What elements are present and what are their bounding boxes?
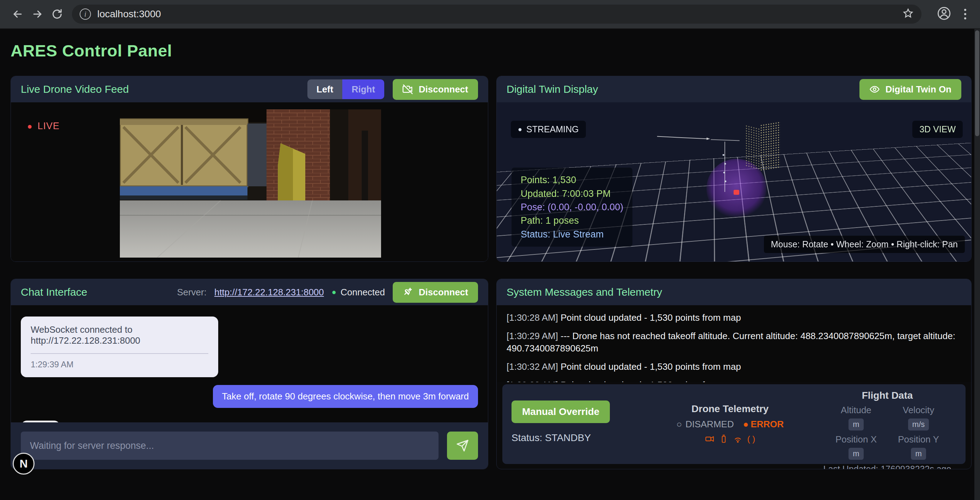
back-button[interactable] — [8, 4, 27, 24]
drone-video-image — [115, 109, 381, 257]
twin-updated: Updated: 7:00:03 PM — [521, 187, 623, 200]
chat-header: Chat Interface Server: http://172.22.128… — [11, 279, 488, 305]
flight-field-position-y: Position Y m — [898, 434, 939, 460]
system-header: System Messages and Telemetry — [497, 279, 971, 305]
manual-override-button[interactable]: Manual Override — [512, 401, 610, 423]
twin-controls-hint: Mouse: Rotate • Wheel: Zoom • Right-clic… — [764, 236, 965, 253]
streaming-badge: ● STREAMING — [511, 121, 586, 138]
digital-twin-header: Digital Twin Display Digital Twin On — [497, 76, 971, 102]
log-line: [1:30:29 AM] --- Drone has not reached t… — [507, 330, 961, 354]
flight-data: Flight Data Altitude m Velocity m/s Posi… — [818, 389, 956, 458]
log-line: [1:30:32 AM] Point cloud updated - 1,530… — [507, 361, 961, 372]
nextjs-dev-badge[interactable]: N — [13, 453, 35, 474]
video-feed-header: Live Drone Video Feed Left Right Disconn… — [11, 76, 488, 102]
reload-button[interactable] — [47, 4, 67, 24]
armed-state: ○ DISARMED — [676, 419, 734, 430]
live-label: LIVE — [38, 121, 60, 132]
video-feed-viewport: ● LIVE — [11, 102, 488, 262]
drone-status-text: Status: STANDBY — [512, 432, 591, 444]
twin-points: Points: 1,530 — [521, 173, 623, 187]
twin-status: Status: Live Stream — [521, 228, 623, 241]
log-line: [1:30:28 AM] Point cloud updated - 1,530… — [507, 312, 961, 324]
avatar-icon — [937, 6, 951, 21]
video-disconnect-button[interactable]: Disconnect — [393, 79, 478, 100]
eye-icon — [869, 84, 880, 94]
send-icon — [456, 439, 469, 452]
disarmed-circle-icon: ○ — [676, 419, 682, 430]
battery-icon — [719, 435, 728, 444]
toggle-right-option[interactable]: Right — [342, 79, 384, 99]
digital-twin-toggle-button[interactable]: Digital Twin On — [859, 79, 961, 100]
twin-3d-viewport[interactable]: ● STREAMING 3D VIEW Points: 1,530 Update… — [497, 102, 971, 262]
unplug-icon — [402, 287, 413, 297]
flight-data-title: Flight Data — [862, 390, 913, 401]
chat-messages: WebSocket connected to http://172.22.128… — [11, 305, 488, 422]
browser-menu-button[interactable] — [958, 9, 972, 19]
url-text: localhost:3000 — [97, 8, 902, 20]
video-feed-title: Live Drone Video Feed — [21, 83, 129, 95]
flight-field-velocity: Velocity m/s — [898, 405, 939, 430]
profile-avatar[interactable] — [937, 6, 951, 22]
system-log: [1:30:28 AM] Point cloud updated - 1,530… — [497, 305, 971, 382]
video-off-icon — [402, 84, 413, 94]
user-message-bubble: Take off, rotate 90 degrees clockwise, t… — [213, 385, 478, 408]
server-url-link[interactable]: http://172.22.128.231:8000 — [214, 287, 324, 298]
streaming-dot-icon: ● — [518, 125, 522, 133]
chat-title: Chat Interface — [21, 286, 87, 298]
chat-disconnect-button[interactable]: Disconnect — [393, 282, 478, 303]
error-dot-icon: ● — [743, 419, 749, 430]
video-feed-panel: Live Drone Video Feed Left Right Disconn… — [11, 76, 488, 262]
connection-status: ● Connected — [332, 287, 385, 298]
forward-button[interactable] — [27, 4, 47, 24]
flight-field-position-x: Position X m — [835, 434, 877, 460]
chat-message-input[interactable] — [21, 431, 439, 460]
bookmark-star-icon[interactable] — [902, 8, 914, 21]
digital-twin-title: Digital Twin Display — [507, 83, 598, 95]
gps-coords-icon: ( ) — [747, 434, 756, 444]
twin-pose: Pose: (0.00, -0.00, 0.00) — [521, 200, 623, 214]
system-panel: System Messages and Telemetry [1:30:28 A… — [496, 279, 972, 469]
system-title: System Messages and Telemetry — [507, 286, 662, 298]
log-line: [1:30:32 AM] Point cloud updated - 1,530… — [507, 379, 961, 382]
server-label: Server: — [177, 287, 207, 298]
system-message-time: 1:29:39 AM — [31, 359, 208, 369]
camera-side-toggle: Left Right — [307, 79, 384, 99]
last-updated-text: Last Updated: 1760938232s ago — [824, 464, 951, 469]
telemetry-icons: ( ) — [705, 434, 756, 444]
screen: i localhost:3000 ARES Control Panel Live… — [0, 0, 980, 500]
site-info-icon[interactable]: i — [80, 8, 91, 20]
page-scrollbar[interactable] — [974, 29, 980, 500]
view-mode-badge: 3D VIEW — [912, 121, 963, 138]
live-indicator: ● LIVE — [27, 121, 60, 132]
send-button[interactable] — [447, 431, 478, 460]
digital-twin-panel: Digital Twin Display Digital Twin On — [496, 76, 972, 262]
live-dot-icon: ● — [27, 121, 33, 131]
toggle-left-option[interactable]: Left — [307, 79, 343, 99]
url-bar[interactable]: i localhost:3000 — [72, 5, 921, 24]
system-message-bubble: WebSocket connected to http://172.22.128… — [21, 316, 218, 377]
reload-icon — [51, 8, 63, 20]
twin-info-overlay: Points: 1,530 Updated: 7:00:03 PM Pose: … — [512, 168, 632, 247]
forward-arrow-icon — [31, 8, 43, 20]
telemetry-footer: Manual Override Status: STANDBY Drone Te… — [502, 384, 966, 464]
wifi-icon — [733, 435, 742, 444]
browser-toolbar: i localhost:3000 — [0, 0, 980, 29]
connected-dot-icon: ● — [332, 288, 336, 297]
drone-telemetry-title: Drone Telemetry — [692, 403, 769, 415]
page-title: ARES Control Panel — [11, 41, 172, 60]
scrollbar-thumb[interactable] — [975, 30, 979, 136]
chat-input-bar — [11, 422, 488, 469]
twin-path: Path: 1 poses — [521, 214, 623, 227]
chat-panel: Chat Interface Server: http://172.22.128… — [11, 279, 488, 469]
flight-field-altitude: Altitude m — [835, 405, 877, 430]
system-message-text: WebSocket connected to http://172.22.128… — [31, 324, 208, 346]
back-arrow-icon — [12, 8, 24, 20]
error-state: ● ERROR — [743, 419, 784, 430]
camera-icon — [705, 435, 714, 444]
